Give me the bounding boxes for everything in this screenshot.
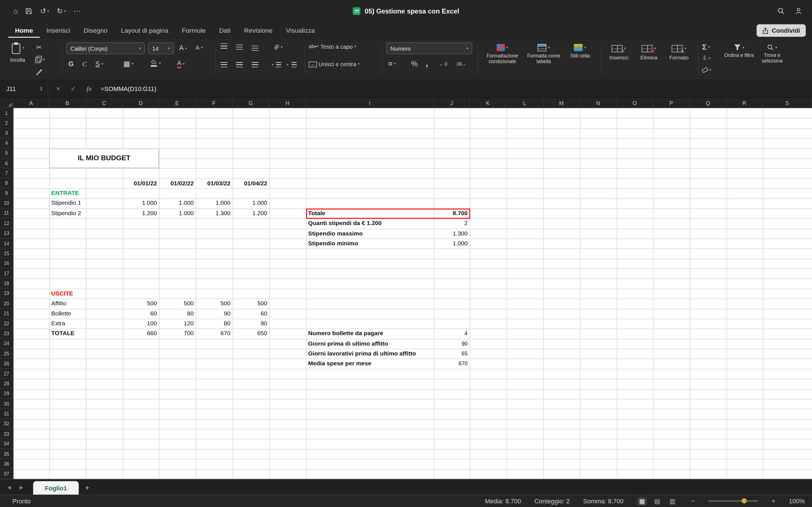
sort-filter-button[interactable]: ▾ Ordina e filtra	[724, 44, 754, 58]
row-header-3[interactable]: 3	[0, 128, 13, 138]
row-header-15[interactable]: 15	[0, 248, 13, 259]
increase-decimal-button[interactable]: ←.0	[439, 62, 448, 67]
cell-J24[interactable]: 90	[434, 339, 470, 349]
column-header-C[interactable]: C	[86, 98, 123, 108]
wrap-text-button[interactable]: ab↩ Testo a capo▾	[309, 43, 356, 50]
column-header-E[interactable]: E	[159, 98, 196, 108]
cell-J26[interactable]: 670	[434, 359, 470, 369]
row-header-13[interactable]: 13	[0, 228, 13, 238]
ribbon-tab-dati[interactable]: Dati	[212, 23, 238, 38]
cell-B20[interactable]: Affitto	[49, 298, 86, 309]
row-header-19[interactable]: 19	[0, 289, 13, 299]
row-header-7[interactable]: 7	[0, 168, 13, 178]
fill-button[interactable]: ⇩▾	[702, 55, 711, 61]
cell-I26[interactable]: Media spese per mese	[306, 359, 434, 369]
column-header-N[interactable]: N	[580, 98, 617, 108]
cell-B22[interactable]: Extra	[49, 319, 86, 329]
conditional-formatting-button[interactable]: ▾ Formattazione condizionale	[481, 44, 523, 64]
cell-G8[interactable]: 01/04/22	[233, 178, 269, 188]
align-center-button[interactable]	[235, 61, 246, 69]
cell-D8[interactable]: 01/01/22	[123, 178, 159, 188]
bold-button[interactable]: G	[68, 60, 73, 68]
column-header-R[interactable]: R	[726, 98, 763, 108]
cancel-entry-icon[interactable]: ×	[56, 85, 60, 93]
paste-chevron-icon[interactable]: ▾	[22, 46, 24, 50]
home-icon[interactable]: ⌂	[13, 7, 18, 15]
row-header-31[interactable]: 31	[0, 409, 13, 419]
zoom-slider[interactable]	[708, 500, 758, 502]
normal-view-button[interactable]: ▦	[637, 497, 647, 505]
cell-E22[interactable]: 120	[159, 319, 196, 329]
row-header-23[interactable]: 23	[0, 329, 13, 339]
account-icon[interactable]	[795, 7, 803, 15]
row-header-30[interactable]: 30	[0, 399, 13, 409]
borders-button[interactable]: ▦▾	[123, 60, 133, 67]
column-header-D[interactable]: D	[123, 98, 159, 108]
cell-I23[interactable]: Numero bollette da pagare	[306, 329, 434, 339]
row-header-14[interactable]: 14	[0, 238, 13, 249]
increase-indent-button[interactable]: ▸	[287, 61, 301, 69]
format-cells-button[interactable]: ✎▾ Formato	[665, 45, 693, 61]
align-middle-button[interactable]	[235, 43, 246, 51]
cell-J11[interactable]: 8.700	[434, 209, 470, 219]
cell-D10[interactable]: 1.000	[123, 198, 159, 209]
cell-B5[interactable]: IL MIO BUDGET	[49, 148, 159, 168]
confirm-entry-icon[interactable]: ✓	[70, 85, 76, 93]
find-select-button[interactable]: ▾ Trova e seleziona	[756, 44, 788, 64]
row-header-22[interactable]: 22	[0, 319, 13, 329]
column-header-Q[interactable]: Q	[690, 98, 726, 108]
row-header-32[interactable]: 32	[0, 419, 13, 429]
row-header-21[interactable]: 21	[0, 309, 13, 319]
decrease-decimal-button[interactable]: .00→	[456, 62, 466, 67]
cell-G23[interactable]: 650	[233, 329, 269, 339]
format-as-table-button[interactable]: ▾ Formatta come tabella	[525, 44, 562, 64]
cell-F8[interactable]: 01/03/22	[196, 178, 232, 188]
ribbon-tab-visualizza[interactable]: Visualizza	[279, 23, 322, 38]
row-header-27[interactable]: 27	[0, 369, 13, 379]
row-header-26[interactable]: 26	[0, 359, 13, 369]
column-header-S[interactable]: S	[763, 98, 812, 108]
column-header-F[interactable]: F	[196, 98, 232, 108]
row-header-6[interactable]: 6	[0, 158, 13, 168]
page-layout-view-button[interactable]: ▤	[652, 497, 662, 505]
share-button[interactable]: Condividi	[757, 24, 806, 37]
cell-B10[interactable]: Stipendio 1	[49, 198, 86, 209]
cell-D22[interactable]: 100	[123, 319, 159, 329]
column-header-P[interactable]: P	[653, 98, 690, 108]
select-all-corner[interactable]	[0, 98, 13, 108]
cell-F23[interactable]: 670	[196, 329, 232, 339]
cell-G10[interactable]: 1.000	[233, 198, 269, 209]
cell-E11[interactable]: 1.000	[159, 209, 196, 219]
cell-D23[interactable]: 660	[123, 329, 159, 339]
paste-button[interactable]: ▾ Incolla	[5, 42, 30, 63]
undo-button[interactable]: ↺▾	[40, 7, 49, 15]
row-header-37[interactable]: 37	[0, 469, 13, 479]
decrease-indent-button[interactable]: ◂	[271, 61, 285, 69]
row-header-4[interactable]: 4	[0, 138, 13, 149]
cell-I25[interactable]: Giorni lavorativi prima di ultimo affitt…	[306, 349, 434, 359]
zoom-out-button[interactable]: −	[691, 497, 695, 505]
cell-J13[interactable]: 1.300	[434, 228, 470, 238]
more-commands-icon[interactable]: ⋯	[73, 7, 81, 15]
align-right-button[interactable]	[251, 61, 261, 69]
row-header-36[interactable]: 36	[0, 459, 13, 469]
cell-D20[interactable]: 500	[123, 298, 159, 309]
cell-I14[interactable]: Stipendio minimo	[306, 238, 434, 249]
cell-J14[interactable]: 1.000	[434, 238, 470, 249]
column-header-M[interactable]: M	[543, 98, 580, 108]
cell-E8[interactable]: 01/02/22	[159, 178, 196, 188]
row-header-1[interactable]: 1	[0, 108, 13, 118]
align-bottom-button[interactable]	[251, 43, 261, 51]
column-header-J[interactable]: J	[434, 98, 470, 108]
search-icon[interactable]	[777, 7, 784, 15]
column-header-O[interactable]: O	[617, 98, 653, 108]
cut-button[interactable]: ✂	[36, 44, 42, 51]
cell-F21[interactable]: 90	[196, 309, 232, 319]
name-box[interactable]: J11	[0, 80, 40, 98]
cell-I24[interactable]: Giorni prima di ultimo affitto	[306, 339, 434, 349]
orientation-button[interactable]: ab▾	[273, 44, 283, 50]
cell-F10[interactable]: 1.000	[196, 198, 232, 209]
zoom-percentage[interactable]: 100%	[789, 497, 805, 505]
cell-F22[interactable]: 80	[196, 319, 232, 329]
cell-E21[interactable]: 80	[159, 309, 196, 319]
